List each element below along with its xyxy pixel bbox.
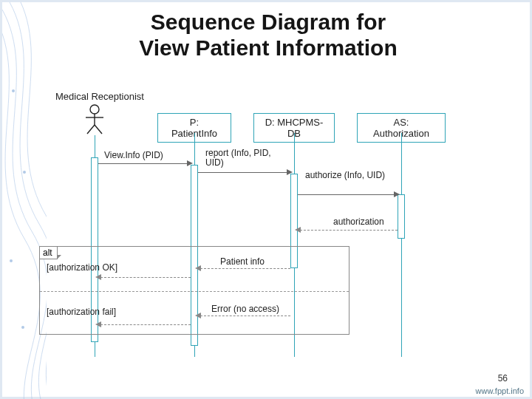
guard-fail: [authorization fail]	[47, 307, 116, 317]
title-line-1: Sequence Diagram for	[151, 10, 386, 34]
svg-point-2	[10, 259, 13, 262]
arrow-error-b	[100, 324, 191, 325]
msg-view: View.Info (PID)	[104, 150, 163, 160]
footer-url: www.fppt.info	[476, 386, 524, 395]
msg-patient-info-a: Patient info	[220, 256, 265, 267]
lifeline-as	[401, 133, 402, 357]
arrow-patient-info-a	[200, 268, 290, 269]
alt-tag: alt	[40, 247, 58, 259]
arrow-authorize	[298, 194, 395, 195]
svg-point-4	[90, 105, 99, 114]
arrow-error-a	[200, 316, 290, 316]
page-number: 56	[498, 373, 508, 383]
arrowhead-patient-info-a	[195, 265, 201, 271]
arrowhead-auth-return	[295, 227, 301, 233]
msg-error-a: Error (no access)	[211, 304, 279, 314]
arrowhead-authorize	[394, 191, 400, 197]
alt-frame: alt	[39, 246, 349, 335]
svg-line-8	[95, 125, 102, 134]
msg-authorize: authorize (Info, UID)	[305, 171, 394, 180]
arrow-report	[198, 172, 288, 173]
activation-as	[398, 194, 405, 239]
arrowhead-patient-info-b	[95, 274, 101, 280]
arrowhead-report	[287, 169, 293, 175]
sequence-diagram: Medical Receptionist P: PatientInfo D: M…	[69, 91, 482, 357]
svg-point-0	[12, 89, 15, 92]
arrow-auth-return	[300, 230, 398, 231]
arrowhead-view	[187, 160, 193, 166]
alt-divider	[40, 291, 349, 292]
title-line-2: View Patient Information	[139, 35, 398, 60]
msg-report: report (Info, PID, UID)	[205, 149, 287, 168]
guard-ok: [authorization OK]	[47, 262, 117, 273]
svg-point-1	[23, 171, 26, 174]
actor-label: Medical Receptionist	[55, 91, 144, 102]
slide: Sequence Diagram for View Patient Inform…	[0, 0, 532, 399]
arrow-view	[98, 163, 188, 164]
arrowhead-error-b	[95, 321, 101, 327]
actor-icon	[83, 104, 106, 135]
decorative-swirl	[2, 2, 47, 399]
svg-point-3	[21, 326, 24, 329]
arrow-patient-info-b	[100, 277, 191, 278]
slide-title: Sequence Diagram for View Patient Inform…	[2, 10, 532, 61]
svg-line-7	[87, 125, 95, 134]
arrowhead-error-a	[195, 313, 201, 318]
msg-auth-return: authorization	[333, 216, 384, 227]
